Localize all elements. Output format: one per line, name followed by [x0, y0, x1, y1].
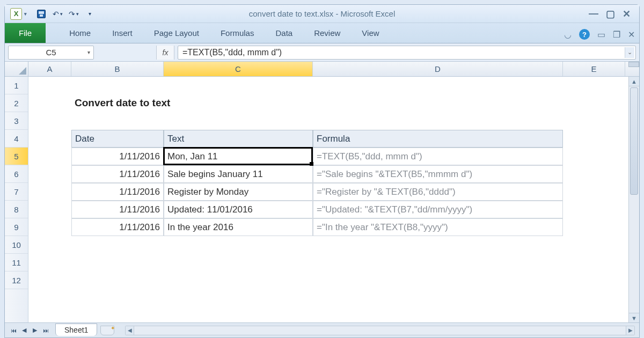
- vertical-scrollbar[interactable]: ▲ ▼: [628, 77, 639, 322]
- cells-area[interactable]: Convert date to text Date Text Formula 1…: [28, 77, 639, 322]
- tab-view[interactable]: View: [351, 24, 390, 43]
- excel-app-icon[interactable]: X: [10, 8, 22, 20]
- col-header-a[interactable]: A: [28, 62, 71, 76]
- save-button[interactable]: [35, 8, 48, 20]
- maximize-button[interactable]: ▢: [606, 8, 615, 20]
- sheet-nav-first-icon[interactable]: ⏮: [8, 325, 19, 336]
- tab-home[interactable]: Home: [58, 24, 101, 43]
- select-all-corner[interactable]: [5, 62, 28, 76]
- row-header-9[interactable]: 9: [5, 218, 28, 236]
- cell-b7[interactable]: 1/11/2016: [71, 183, 164, 201]
- cell-c6[interactable]: Sale begins January 11: [164, 165, 313, 183]
- cell-b9[interactable]: 1/11/2016: [71, 218, 164, 236]
- formula-expand-icon[interactable]: ⌄: [625, 47, 634, 58]
- sheet-tab-bar: ⏮ ◀ ▶ ⏭ Sheet1 ◀ ▶: [5, 322, 639, 337]
- formula-input[interactable]: =TEXT(B5,"ddd, mmm d") ⌄: [178, 46, 636, 60]
- split-handle[interactable]: [628, 62, 639, 67]
- sheet-nav-next-icon[interactable]: ▶: [30, 325, 40, 336]
- minimize-button[interactable]: —: [589, 8, 598, 20]
- row-header-8[interactable]: 8: [5, 201, 28, 218]
- row-header-11[interactable]: 11: [5, 254, 28, 271]
- file-tab[interactable]: File: [5, 23, 46, 43]
- cell-d5[interactable]: =TEXT(B5,"ddd, mmm d"): [313, 148, 563, 165]
- row-header-5[interactable]: 5: [5, 148, 28, 165]
- cell-d6[interactable]: ="Sale begins "&TEXT(B5,"mmmm d"): [313, 165, 563, 183]
- ribbon-minimize-icon[interactable]: ◡: [564, 30, 572, 40]
- row-header-10[interactable]: 10: [5, 236, 28, 254]
- cell-c7[interactable]: Register by Monday: [164, 183, 313, 201]
- cell-c9[interactable]: In the year 2016: [164, 218, 313, 236]
- workbook-minimize-icon[interactable]: ▭: [597, 30, 605, 40]
- help-icon[interactable]: ?: [579, 29, 590, 40]
- ribbon-tabs: File Home Insert Page Layout Formulas Da…: [5, 23, 639, 43]
- spreadsheet-grid: A B C D E 1 2 3 4 5 6 7 8 9 10 11 12: [5, 62, 639, 337]
- tab-review[interactable]: Review: [303, 24, 351, 43]
- row-header-3[interactable]: 3: [5, 112, 28, 130]
- sheet-nav-prev-icon[interactable]: ◀: [19, 325, 30, 336]
- row-header-4[interactable]: 4: [5, 130, 28, 148]
- tab-formulas[interactable]: Formulas: [210, 24, 265, 43]
- col-header-b[interactable]: B: [71, 62, 164, 76]
- hscroll-left-icon[interactable]: ◀: [126, 326, 134, 335]
- formula-text: =TEXT(B5,"ddd, mmm d"): [182, 48, 282, 57]
- title-bar: X ↶▾ ↷▾ ▾ convert date to text.xlsx - Mi…: [5, 5, 639, 23]
- header-text[interactable]: Text: [164, 130, 313, 148]
- row-headers: 1 2 3 4 5 6 7 8 9 10 11 12: [5, 77, 28, 322]
- scroll-down-icon[interactable]: ▼: [629, 313, 639, 322]
- window-title: convert date to text.xlsx - Microsoft Ex…: [5, 9, 639, 18]
- row-header-1[interactable]: 1: [5, 77, 28, 94]
- formula-bar: C5 fx =TEXT(B5,"ddd, mmm d") ⌄: [5, 43, 639, 62]
- cell-b8[interactable]: 1/11/2016: [71, 201, 164, 218]
- hscroll-right-icon[interactable]: ▶: [626, 326, 634, 335]
- name-box[interactable]: C5: [8, 46, 94, 60]
- scroll-up-icon[interactable]: ▲: [629, 77, 639, 86]
- close-button[interactable]: ✕: [623, 8, 631, 20]
- window-controls: — ▢ ✕: [589, 8, 636, 20]
- col-header-e[interactable]: E: [563, 62, 625, 76]
- col-header-c[interactable]: C: [164, 62, 313, 76]
- title-cell[interactable]: Convert date to text: [71, 94, 164, 112]
- workbook-restore-icon[interactable]: ❐: [613, 30, 620, 40]
- row-header-7[interactable]: 7: [5, 183, 28, 201]
- column-headers: A B C D E: [5, 62, 639, 77]
- row-header-6[interactable]: 6: [5, 165, 28, 183]
- sheet-nav-last-icon[interactable]: ⏭: [40, 325, 51, 336]
- cell-c5[interactable]: Mon, Jan 11: [164, 148, 313, 165]
- new-sheet-button[interactable]: [100, 326, 114, 335]
- row-header-12[interactable]: 12: [5, 271, 28, 289]
- cell-b5[interactable]: 1/11/2016: [71, 148, 164, 165]
- cell-b6[interactable]: 1/11/2016: [71, 165, 164, 183]
- undo-button[interactable]: ↶▾: [51, 8, 64, 20]
- qat-customize[interactable]: ▾: [83, 8, 96, 20]
- scroll-thumb[interactable]: [630, 87, 638, 195]
- cell-c8[interactable]: Updated: 11/01/2016: [164, 201, 313, 218]
- tab-data[interactable]: Data: [265, 24, 303, 43]
- col-header-d[interactable]: D: [313, 62, 563, 76]
- row-header-2[interactable]: 2: [5, 94, 28, 112]
- sheet-tab-sheet1[interactable]: Sheet1: [55, 324, 97, 336]
- quick-access-toolbar: X ↶▾ ↷▾ ▾: [10, 8, 96, 20]
- header-date[interactable]: Date: [71, 130, 164, 148]
- fx-label[interactable]: fx: [156, 46, 174, 60]
- workbook-close-icon[interactable]: ✕: [628, 30, 635, 40]
- tab-insert[interactable]: Insert: [101, 24, 143, 43]
- cell-d9[interactable]: ="In the year "&TEXT(B8,"yyyy"): [313, 218, 563, 236]
- tab-page-layout[interactable]: Page Layout: [143, 24, 210, 43]
- redo-button[interactable]: ↷▾: [67, 8, 80, 20]
- header-formula[interactable]: Formula: [313, 130, 563, 148]
- save-icon: [37, 10, 46, 18]
- cell-d7[interactable]: ="Register by "& TEXT(B6,"dddd"): [313, 183, 563, 201]
- horizontal-scrollbar[interactable]: ◀ ▶: [125, 326, 635, 335]
- cell-d8[interactable]: ="Updated: "&TEXT(B7,"dd/mm/yyyy"): [313, 201, 563, 218]
- app-window: X ↶▾ ↷▾ ▾ convert date to text.xlsx - Mi…: [4, 4, 640, 338]
